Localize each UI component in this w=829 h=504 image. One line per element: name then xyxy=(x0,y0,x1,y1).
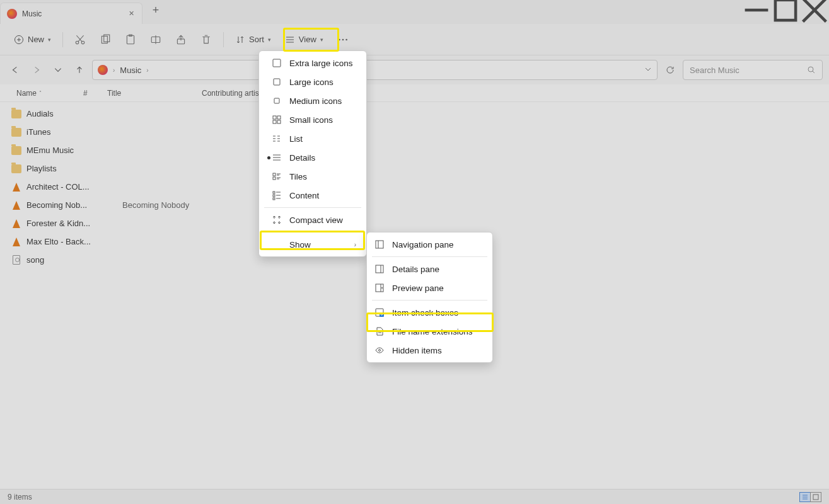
paste-button[interactable] xyxy=(120,29,141,50)
recent-button[interactable] xyxy=(49,60,67,80)
large-icons-icon xyxy=(272,77,282,87)
search-placeholder: Search Music xyxy=(690,66,739,75)
svg-rect-36 xyxy=(277,120,281,123)
details-view-toggle[interactable] xyxy=(799,492,811,502)
menu-separator xyxy=(372,300,487,301)
menu-preview-pane[interactable]: Preview pane xyxy=(367,278,492,297)
large-view-toggle[interactable] xyxy=(810,492,821,502)
plus-circle-icon xyxy=(14,35,24,45)
file-row[interactable]: iTunes xyxy=(0,123,829,141)
forward-button[interactable] xyxy=(28,60,45,80)
minimize-button[interactable] xyxy=(742,0,771,20)
column-name[interactable]: Name˄ xyxy=(16,89,83,98)
vlc-icon xyxy=(11,237,21,247)
address-bar[interactable]: › Music › xyxy=(92,60,658,80)
chevron-down-icon: ▾ xyxy=(48,37,51,43)
svg-rect-13 xyxy=(127,35,134,44)
sort-button[interactable]: Sort ▾ xyxy=(230,29,276,50)
list-icon xyxy=(272,134,282,144)
address-dropdown-button[interactable] xyxy=(644,66,652,75)
medium-icons-icon xyxy=(272,96,282,106)
menu-small-icons[interactable]: Small icons xyxy=(259,110,366,129)
maximize-button[interactable] xyxy=(771,0,800,20)
menu-separator xyxy=(372,256,487,257)
view-dropdown-menu: Extra large icons Large icons Medium ico… xyxy=(258,50,367,257)
copy-icon xyxy=(100,34,111,45)
share-button[interactable] xyxy=(170,29,192,50)
menu-medium-icons[interactable]: Medium icons xyxy=(259,91,366,110)
refresh-button[interactable] xyxy=(661,60,679,80)
menu-list[interactable]: List xyxy=(259,129,366,148)
more-button[interactable] xyxy=(332,29,354,50)
svg-point-68 xyxy=(379,350,381,352)
svg-point-23 xyxy=(345,38,347,40)
menu-extra-large-icons[interactable]: Extra large icons xyxy=(259,54,366,72)
cut-icon xyxy=(74,34,86,45)
svg-rect-66 xyxy=(380,312,384,317)
tiles-icon xyxy=(272,171,282,181)
extra-large-icons-icon xyxy=(272,58,282,68)
music-folder-icon xyxy=(98,65,108,75)
folder-icon xyxy=(11,127,21,137)
svg-point-64 xyxy=(381,287,383,289)
menu-tiles[interactable]: Tiles xyxy=(259,167,366,186)
new-button[interactable]: New ▾ xyxy=(9,29,56,50)
menu-show[interactable]: Show› xyxy=(259,235,366,254)
window-tab[interactable]: Music ✕ xyxy=(0,3,142,24)
window-controls xyxy=(742,0,829,20)
copy-button[interactable] xyxy=(95,29,116,50)
menu-item-check-boxes[interactable]: Item check boxes xyxy=(367,303,492,322)
menu-compact-view[interactable]: Compact view xyxy=(259,210,366,229)
folder-icon xyxy=(11,146,21,156)
svg-rect-1 xyxy=(775,0,796,20)
svg-rect-52 xyxy=(273,192,275,193)
sort-icon xyxy=(235,35,245,45)
up-button[interactable] xyxy=(71,60,88,80)
file-row[interactable]: Becoming Nob...Becoming Nobody xyxy=(0,196,829,214)
show-submenu: Navigation pane Details pane Preview pan… xyxy=(366,232,493,363)
back-button[interactable] xyxy=(6,60,24,80)
file-row[interactable]: Audials xyxy=(0,105,829,123)
file-row[interactable]: MEmu Music xyxy=(0,141,829,159)
chevron-down-icon: ▾ xyxy=(320,37,323,43)
menu-navigation-pane[interactable]: Navigation pane xyxy=(367,235,492,254)
file-title: Becoming Nobody xyxy=(122,200,217,210)
column-number[interactable]: # xyxy=(83,89,107,98)
details-icon xyxy=(272,152,282,163)
menu-content[interactable]: Content xyxy=(259,186,366,205)
svg-rect-49 xyxy=(273,177,275,180)
svg-point-24 xyxy=(808,67,813,72)
search-input[interactable]: Search Music xyxy=(683,60,823,80)
menu-large-icons[interactable]: Large icons xyxy=(259,72,366,91)
file-icon xyxy=(11,255,21,265)
menu-file-name-extensions[interactable]: File name extensions xyxy=(367,322,492,341)
cut-button[interactable] xyxy=(69,29,91,50)
file-row[interactable]: Architect - COL... xyxy=(0,178,829,196)
preview-pane-icon xyxy=(374,283,385,293)
svg-rect-60 xyxy=(376,265,383,273)
menu-hidden-items[interactable]: Hidden items xyxy=(367,341,492,360)
file-row[interactable]: Forester & Kidn... xyxy=(0,214,829,232)
new-tab-button[interactable]: + xyxy=(146,4,165,17)
menu-details-pane[interactable]: Details pane xyxy=(367,260,492,278)
menu-details[interactable]: Details xyxy=(259,148,366,167)
delete-button[interactable] xyxy=(195,29,217,50)
chevron-right-icon: › xyxy=(113,67,115,74)
chevron-down-icon: ▾ xyxy=(268,37,271,43)
file-name: iTunes xyxy=(26,127,93,137)
breadcrumb-item[interactable]: Music xyxy=(120,66,141,75)
item-count: 9 items xyxy=(8,493,32,501)
close-button[interactable] xyxy=(800,0,829,20)
view-button[interactable]: View ▾ xyxy=(280,29,328,50)
file-row[interactable]: Playlists xyxy=(0,159,829,178)
rename-button[interactable] xyxy=(145,29,166,50)
small-icons-icon xyxy=(272,115,282,125)
share-icon xyxy=(175,34,187,45)
column-title[interactable]: Title xyxy=(107,89,202,98)
svg-rect-54 xyxy=(273,195,275,197)
svg-line-25 xyxy=(813,71,815,73)
sort-label: Sort xyxy=(249,35,264,44)
tab-close-button[interactable]: ✕ xyxy=(127,9,136,18)
svg-rect-34 xyxy=(277,116,281,119)
details-pane-icon xyxy=(374,264,385,274)
